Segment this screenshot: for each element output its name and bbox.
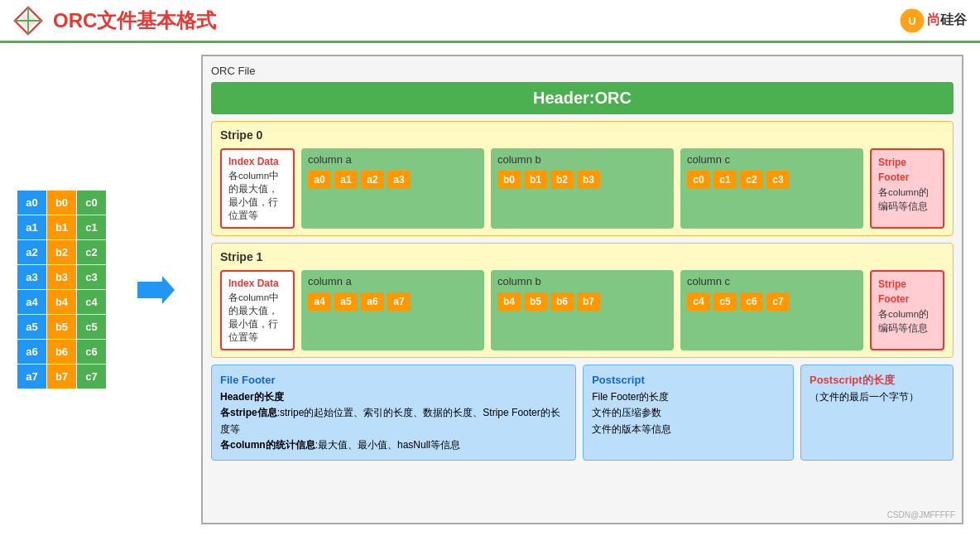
data-cell: b3 xyxy=(577,171,600,189)
data-cell: a7 xyxy=(387,292,411,311)
svg-text:U: U xyxy=(908,14,915,27)
data-cell: c5 xyxy=(713,292,737,311)
file-footer-title: File Footer xyxy=(220,372,567,389)
page-title: ORC文件基本格式 xyxy=(53,7,216,34)
table-cell: c1 xyxy=(77,215,107,240)
index-data-box: Index Data各column中的最大值，最小值，行位置等 xyxy=(220,270,295,350)
index-data-title: Index Data xyxy=(228,156,279,167)
table-cell: b0 xyxy=(47,191,77,215)
data-cell: b7 xyxy=(577,292,600,311)
table-cell: a1 xyxy=(17,215,47,240)
table-cell: c5 xyxy=(77,315,107,340)
data-cell: c4 xyxy=(687,292,710,311)
orc-container: ORC File Header:ORC Stripe 0Index Data各c… xyxy=(201,55,963,524)
column-box: column bb4b5b6b7 xyxy=(491,270,674,350)
svg-marker-6 xyxy=(137,276,175,304)
table-cell: c0 xyxy=(77,191,107,215)
postscript-line1: File Footer的长度 xyxy=(592,389,785,405)
table-cell: c6 xyxy=(77,340,107,365)
brand-icon: U xyxy=(899,7,925,34)
table-cell: b4 xyxy=(47,290,77,315)
file-footer-line2: 各stripe信息:stripe的起始位置、索引的长度、数据的长度、Stripe… xyxy=(220,405,567,437)
table-row: a2b2c2 xyxy=(17,240,107,265)
table-cell: a0 xyxy=(17,191,47,215)
top-bar: ORC文件基本格式 U 尚 硅谷 xyxy=(0,0,980,43)
postscript-line3: 文件的版本等信息 xyxy=(592,422,785,437)
column-cells: b4b5b6b7 xyxy=(497,292,667,311)
table-row: a1b1c1 xyxy=(17,215,107,240)
postscript-len-box: Postscript的长度 （文件的最后一个字节） xyxy=(800,365,954,461)
stripe-label: Stripe 0 xyxy=(220,128,944,142)
stripe-footer-title: Stripe Footer xyxy=(878,278,909,305)
column-label: column a xyxy=(308,275,478,287)
data-cell: c3 xyxy=(766,171,790,189)
data-cell: c2 xyxy=(740,171,763,189)
table-row: a5b5c5 xyxy=(17,315,107,340)
table-row: a6b6c6 xyxy=(17,340,107,365)
column-box: column cc0c1c2c3 xyxy=(680,148,863,229)
column-box: column aa0a1a2a3 xyxy=(301,148,484,229)
arrow-container xyxy=(127,55,181,524)
postscript-len-title: Postscript的长度 xyxy=(809,372,944,389)
header-bar: Header:ORC xyxy=(211,82,954,114)
table-cell: b5 xyxy=(47,315,77,340)
data-cell: b4 xyxy=(497,292,521,311)
stripe-footer-box: Stripe Footer各column的编码等信息 xyxy=(870,148,944,229)
stripe-inner: Index Data各column中的最大值，最小值，行位置等column aa… xyxy=(220,270,944,350)
table-cell: a5 xyxy=(17,315,47,340)
data-cell: c1 xyxy=(713,171,737,189)
table-cell: c3 xyxy=(77,265,107,290)
data-table: a0b0c0a1b1c1a2b2c2a3b3c3a4b4c4a5b5c5a6b6… xyxy=(17,190,107,389)
stripe-footer-title: Stripe Footer xyxy=(878,157,909,183)
table-cell: b2 xyxy=(47,240,77,265)
brand-prefix: 尚 xyxy=(927,12,940,29)
table-cell: a6 xyxy=(17,340,47,365)
column-label: column c xyxy=(687,153,857,166)
main-content: a0b0c0a1b1c1a2b2c2a3b3c3a4b4c4a5b5c5a6b6… xyxy=(0,43,980,536)
stripe-inner: Index Data各column中的最大值，最小值，行位置等column aa… xyxy=(220,148,944,229)
bottom-section: File Footer Header的长度 各stripe信息:stripe的起… xyxy=(211,365,954,461)
column-label: column a xyxy=(308,153,478,166)
file-footer-line1: Header的长度 xyxy=(220,389,567,405)
table-cell: b1 xyxy=(47,215,77,240)
data-cell: a6 xyxy=(361,292,384,311)
stripe-box: Stripe 0Index Data各column中的最大值，最小值，行位置等c… xyxy=(211,121,954,236)
column-box: column cc4c5c6c7 xyxy=(680,270,863,350)
table-row: a3b3c3 xyxy=(17,265,107,290)
data-cell: b2 xyxy=(550,171,574,189)
column-label: column c xyxy=(687,275,857,287)
column-cells: c4c5c6c7 xyxy=(687,292,857,311)
arrow-icon xyxy=(133,273,175,307)
data-cell: c6 xyxy=(740,292,763,311)
postscript-box: Postscript File Footer的长度 文件的压缩参数 文件的版本等… xyxy=(583,365,794,461)
table-cell: b7 xyxy=(47,365,77,389)
data-cell: a2 xyxy=(361,171,384,189)
data-cell: c7 xyxy=(766,292,790,311)
file-footer-line3: 各column的统计信息:最大值、最小值、hasNull等信息 xyxy=(220,437,567,453)
column-cells: a4a5a6a7 xyxy=(308,292,478,311)
index-data-title: Index Data xyxy=(228,278,279,289)
data-cell: c0 xyxy=(687,171,710,189)
data-cell: a3 xyxy=(387,171,411,189)
brand-name: 硅谷 xyxy=(940,12,967,29)
data-cell: b6 xyxy=(550,292,574,311)
column-box: column bb0b1b2b3 xyxy=(491,148,674,229)
column-cells: a0a1a2a3 xyxy=(308,171,478,189)
table-row: a7b7c7 xyxy=(17,365,107,389)
orc-file-label: ORC File xyxy=(211,65,954,77)
watermark: CSDN@JMFFFFF xyxy=(887,510,955,519)
table-cell: c2 xyxy=(77,240,107,265)
postscript-title: Postscript xyxy=(592,372,785,389)
left-table-container: a0b0c0a1b1c1a2b2c2a3b3c3a4b4c4a5b5c5a6b6… xyxy=(17,55,107,524)
index-data-box: Index Data各column中的最大值，最小值，行位置等 xyxy=(220,148,295,229)
data-cell: a5 xyxy=(334,292,358,311)
data-cell: b5 xyxy=(524,292,547,311)
table-cell: a4 xyxy=(17,290,47,315)
stripe-label: Stripe 1 xyxy=(220,250,944,263)
postscript-line2: 文件的压缩参数 xyxy=(592,405,785,421)
postscript-len-desc: （文件的最后一个字节） xyxy=(809,389,944,405)
table-cell: a7 xyxy=(17,365,47,389)
stripe-box: Stripe 1Index Data各column中的最大值，最小值，行位置等c… xyxy=(211,243,954,358)
brand-area: U 尚 硅谷 xyxy=(899,7,967,34)
column-label: column b xyxy=(497,275,667,287)
